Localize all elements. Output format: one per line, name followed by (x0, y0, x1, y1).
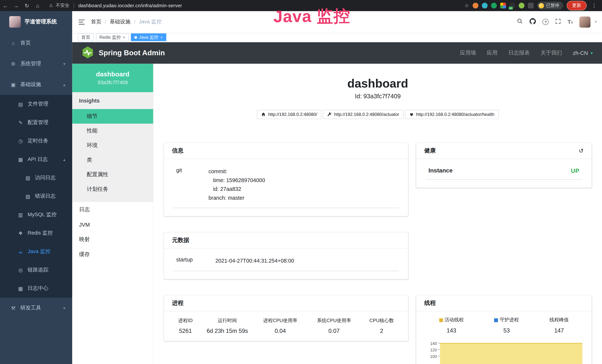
sidebar-item-scheduled-tasks[interactable]: ◷ 定时任务 (0, 132, 72, 150)
breadcrumb-item[interactable]: 基础设施 (110, 18, 130, 25)
sba-nav-wallboard[interactable]: 应用墙 (460, 50, 476, 56)
browser-home-icon[interactable]: ⌂ (32, 2, 43, 9)
sba-item-config-props[interactable]: 配置属性 (72, 167, 153, 182)
font-size-icon[interactable]: TT (568, 19, 573, 25)
sba-brand[interactable]: Spring Boot Admin (99, 49, 165, 57)
startup-value: 2021-04-27T00:44:31.254+08:00 (215, 257, 399, 265)
sba-app-header[interactable]: dashboard 93a3fc7f7409 (72, 64, 153, 92)
extension-icon-5[interactable]: on (509, 3, 515, 8)
extension-icon-6[interactable] (519, 3, 524, 8)
fullscreen-icon[interactable] (555, 18, 561, 25)
browser-back-icon[interactable]: ← (0, 2, 11, 9)
bookmark-star-icon[interactable]: ☆ (464, 3, 469, 8)
sba-item-classes[interactable]: 类 (72, 153, 153, 167)
sba-nav-about[interactable]: 关于我们 (540, 50, 562, 56)
close-icon[interactable]: × (160, 35, 163, 40)
card-title: 线程 (424, 300, 436, 307)
sba-nav-journal[interactable]: 日志报表 (508, 50, 530, 56)
threads-card: 线程 活动线程 143 守护进程 53 (416, 295, 592, 364)
sidebar-item-label: Java 监控 (28, 248, 50, 255)
sidebar-item-access-log[interactable]: ▧ 访问日志 (0, 169, 72, 187)
sidebar-item-file-manage[interactable]: ▤ 文件管理 (0, 95, 72, 113)
history-icon[interactable]: ↺ (579, 147, 584, 154)
health-url-link[interactable]: http://192.168.0.2:48080/actuator/health (405, 110, 499, 119)
sidebar-item-label: 定时任务 (28, 137, 48, 144)
git-id-line: id: 27aa832 (208, 185, 399, 193)
address-bar[interactable]: ⚠ 不安全 dashboard.yudao.iocoder.cn/infra/a… (49, 2, 182, 9)
sba-item-details[interactable]: 细节 (72, 109, 153, 124)
sba-item-mappings[interactable]: 映射 (72, 232, 153, 247)
sidebar-item-label: 访问日志 (35, 174, 56, 181)
locale-selector[interactable]: zh-CN ▾ (573, 50, 593, 56)
github-icon[interactable] (529, 18, 536, 26)
search-icon[interactable] (517, 18, 523, 26)
tab-home[interactable]: 首页 (78, 33, 94, 41)
sidebar-item-redis-monitor[interactable]: ❖ Redis 监控 (0, 224, 72, 242)
sba-nav-applications[interactable]: 应用 (487, 50, 497, 56)
git-row: git commit: time: 1596289704000 id: 27aa… (173, 167, 399, 208)
actuator-url-link[interactable]: http://192.168.0.2:48080/actuator (323, 110, 403, 119)
legend-swatch-yellow (439, 318, 443, 322)
security-warning-icon[interactable]: ⚠ (49, 3, 53, 8)
browser-forward-icon[interactable]: → (11, 2, 22, 9)
page-title: dashboard (153, 77, 602, 91)
sidebar-item-home[interactable]: ⌂ 首页 (0, 33, 72, 54)
hamburger-icon[interactable] (72, 19, 91, 25)
sidebar-item-mysql-monitor[interactable]: ▥ MySQL 监控 (0, 205, 72, 224)
card-title: 健康 (424, 147, 436, 154)
user-avatar[interactable] (580, 16, 591, 27)
sba-item-caches[interactable]: 缓存 (72, 247, 153, 262)
process-metric: 系统CPU使用率 0.07 (311, 318, 357, 334)
sba-item-metrics[interactable]: 性能 (72, 124, 153, 138)
browser-reload-icon[interactable]: ↻ (22, 2, 32, 9)
breadcrumb-separator: / (105, 19, 106, 25)
extension-icon-4[interactable] (500, 3, 506, 8)
tab-redis-monitor[interactable]: Redis 监控 × (96, 33, 129, 41)
sidebar-item-java-monitor[interactable]: ☕ Java 监控 (0, 242, 72, 261)
legend-swatch-blue (494, 318, 498, 322)
help-icon[interactable]: ? (543, 19, 549, 25)
sidebar-item-infra[interactable]: ▣ 基础设施 ▴ (0, 74, 72, 95)
info-card: 信息 git commit: time: 1596289704000 id: 2… (164, 143, 408, 216)
sba-item-jvm[interactable]: JVM (72, 217, 153, 232)
sidebar-item-label: 错误日志 (35, 193, 56, 200)
git-time-line: time: 1596289704000 (208, 176, 399, 185)
tab-label: Java 监控 (139, 34, 159, 40)
sidebar-item-dev-tools[interactable]: ⚒ 研发工具 ▾ (0, 298, 72, 318)
browser-menu-icon[interactable]: ⋮ (590, 3, 598, 8)
sidebar-item-api-log[interactable]: ▦ API 日志 ▴ (0, 150, 72, 169)
app-logo-row[interactable]: 芋道管理系统 (0, 11, 72, 33)
active-tab-dot (134, 36, 137, 39)
chart-plot-area (440, 338, 582, 364)
sba-nav: 应用墙 应用 日志报表 关于我们 zh-CN ▾ (460, 50, 593, 56)
timer-icon: ◷ (17, 138, 24, 144)
java-icon: ☕ (17, 249, 24, 254)
sidebar-item-system[interactable]: ⚙ 系统管理 ▾ (0, 54, 72, 74)
page-subtitle: Id: 93a3fc7f7409 (153, 93, 602, 100)
sidebar-item-tracing[interactable]: ◎ 链路追踪 (0, 261, 72, 279)
sba-item-scheduled[interactable]: 计划任务 (72, 182, 153, 197)
sidebar-item-config-manage[interactable]: ✎ 配置管理 (0, 113, 72, 132)
process-metric: 进程ID 5261 (173, 318, 198, 334)
sidebar-item-label: 研发工具 (20, 304, 41, 311)
extension-icon-7[interactable] (528, 3, 533, 8)
instance-url-link[interactable]: http://192.168.0.2:48080/ (257, 110, 322, 119)
sba-item-environment[interactable]: 环境 (72, 138, 153, 153)
extension-icon-2[interactable] (482, 3, 487, 8)
profile-avatar-icon (538, 3, 544, 8)
sidebar-item-error-log[interactable]: ▨ 错误日志 (0, 187, 72, 205)
extension-icon-1[interactable] (473, 3, 478, 8)
extension-icon-3[interactable] (491, 3, 497, 8)
app-sidebar: 芋道管理系统 ⌂ 首页 ⚙ 系统管理 ▾ ▣ 基础设施 ▴ ▤ 文件管理 ✎ 配… (0, 11, 72, 364)
sba-item-logs[interactable]: 日志 (72, 202, 153, 217)
log-center-icon: ▦ (17, 286, 24, 291)
browser-update-button[interactable]: 更新 (567, 1, 587, 11)
chevron-up-icon: ▴ (64, 82, 65, 86)
avatar-caret-icon[interactable]: ▾ (595, 20, 597, 24)
profile-paused-badge[interactable]: 已暂停 (537, 1, 563, 10)
sidebar-item-log-center[interactable]: ▦ 日志中心 (0, 279, 72, 298)
breadcrumb-item[interactable]: 首页 (91, 18, 101, 25)
close-icon[interactable]: × (123, 35, 125, 40)
url-text[interactable]: dashboard.yudao.iocoder.cn/infra/admin-s… (78, 3, 182, 8)
tab-java-monitor[interactable]: Java 监控 × (131, 33, 166, 41)
